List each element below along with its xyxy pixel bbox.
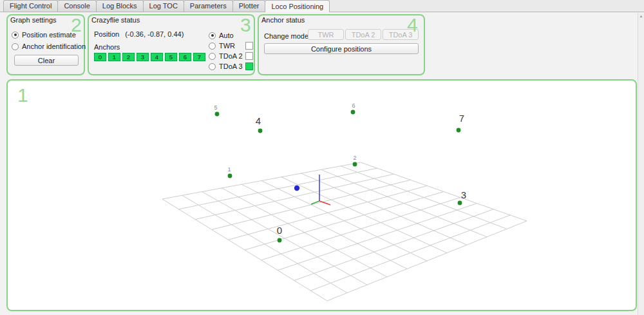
anchor-label-0: 0	[277, 225, 282, 236]
tab-parameters[interactable]: Parameters	[184, 0, 233, 12]
radio-label: Position estimate	[22, 31, 76, 39]
anchor-indicator-4: 4	[151, 53, 163, 61]
anchor-label-2: 2	[353, 155, 356, 161]
anchor-dot-5	[215, 112, 220, 117]
position-label: Position	[94, 30, 119, 38]
anchor-status-title: Anchor status	[261, 16, 305, 24]
mode-button-tdoa-2[interactable]: TDoA 2	[345, 29, 381, 40]
tab-bar: Flight ControlConsoleLog BlocksLog TOCPa…	[0, 0, 644, 12]
anchor-dot-0	[278, 238, 282, 243]
anchor-label-7: 7	[459, 113, 464, 124]
configure-positions-button[interactable]: Configure positions	[264, 43, 419, 54]
anchor-status-panel: Anchor status Change mode: Configure pos…	[258, 14, 425, 75]
tab-loco-positioning[interactable]: Loco Positioning	[265, 0, 330, 12]
annotation-plot: 1	[17, 86, 28, 105]
anchor-indicator-6: 6	[179, 53, 191, 61]
radio-icon	[209, 63, 216, 70]
annotation-crazyflie-status: 3	[240, 15, 251, 35]
anchor-indicator-7: 7	[193, 53, 205, 61]
radio-icon	[209, 43, 216, 50]
crazyflie-status-panel: Crazyflie status Position (-0.36, -0.87,…	[88, 14, 255, 75]
radio-icon	[12, 32, 19, 39]
anchor-status-boxes: 01234567	[94, 53, 207, 61]
position-row: Position (-0.36, -0.87, 0.44)	[94, 30, 184, 38]
mode-radio-twr[interactable]: TWR	[209, 42, 235, 50]
mode-label: TDoA 2	[219, 52, 243, 60]
radio-position-estimate[interactable]: Position estimate	[12, 31, 76, 39]
vertical-scrollbar[interactable]: ▲	[638, 13, 644, 315]
radio-icon	[12, 43, 19, 50]
anchor-indicator-1: 1	[108, 53, 120, 61]
plot-3d-view[interactable]: 54671230	[8, 81, 636, 310]
position-value: (-0.36, -0.87, 0.44)	[125, 30, 184, 38]
floor-grid	[162, 162, 527, 301]
anchor-dot-2	[353, 162, 357, 167]
anchor-indicator-3: 3	[137, 53, 149, 61]
anchor-label-4: 4	[256, 115, 261, 126]
mode-label: TDoA 3	[219, 62, 243, 70]
mode-radio-tdoa-2[interactable]: TDoA 2	[209, 52, 243, 60]
anchor-dot-3	[458, 201, 462, 205]
anchors-label: Anchors	[94, 43, 120, 51]
mode-label: TWR	[219, 42, 235, 50]
mode-button-twr[interactable]: TWR	[308, 29, 344, 40]
tab-log-toc[interactable]: Log TOC	[143, 0, 184, 12]
anchor-dot-4	[258, 129, 263, 133]
tab-plotter[interactable]: Plotter	[232, 0, 266, 12]
graph-settings-title: Graph settings	[10, 16, 57, 24]
clear-button[interactable]: Clear	[14, 55, 79, 66]
mode-radio-auto[interactable]: Auto	[209, 32, 234, 39]
change-mode-label: Change mode:	[264, 32, 310, 40]
annotation-graph-settings: 2	[71, 15, 82, 35]
anchor-label-3: 3	[461, 189, 466, 200]
anchor-indicator-5: 5	[165, 53, 177, 61]
crazyflie-position-dot	[294, 186, 299, 191]
radio-anchor-identification[interactable]: Anchor identification	[12, 43, 86, 50]
mode-label: Auto	[219, 32, 234, 39]
anchor-label-6: 6	[352, 102, 355, 109]
annotation-anchor-status: 4	[407, 15, 418, 35]
anchor-dot-1	[228, 174, 232, 178]
mode-indicator-tdoa-3	[245, 62, 253, 70]
tab-console[interactable]: Console	[57, 0, 96, 12]
mode-radio-tdoa-3[interactable]: TDoA 3	[209, 62, 243, 70]
tab-log-blocks[interactable]: Log Blocks	[96, 0, 144, 12]
mode-indicator-tdoa-2	[245, 52, 253, 60]
anchor-indicator-2: 2	[122, 53, 135, 61]
anchor-dot-7	[457, 128, 461, 133]
tab-flight-control[interactable]: Flight Control	[3, 0, 58, 12]
mode-indicator-twr	[245, 42, 253, 50]
anchor-indicator-0: 0	[94, 53, 106, 61]
anchor-label-1: 1	[227, 166, 231, 173]
radio-icon	[209, 53, 216, 60]
anchor-label-5: 5	[214, 104, 217, 111]
anchor-dot-6	[351, 110, 355, 115]
plot-panel: 54671230	[6, 79, 637, 311]
scroll-up-icon[interactable]: ▲	[638, 13, 644, 19]
radio-icon	[209, 32, 216, 39]
radio-label: Anchor identification	[22, 43, 86, 50]
crazyflie-status-title: Crazyflie status	[91, 16, 140, 24]
